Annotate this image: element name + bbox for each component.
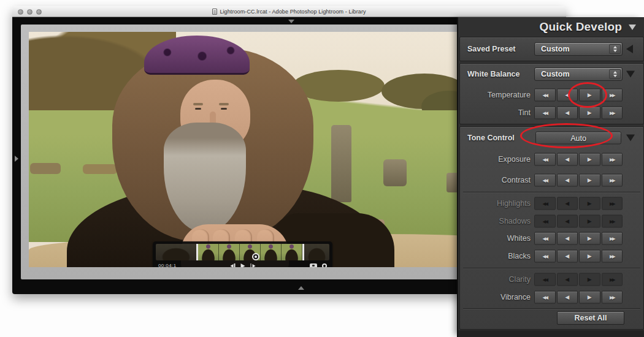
vibrance-increase-button[interactable]	[579, 291, 600, 304]
exposure-row: Exposure	[460, 152, 643, 167]
decrease-arrow-icon	[565, 254, 569, 259]
vibrance-row: Vibrance	[460, 290, 643, 305]
filmstrip-frame[interactable]	[219, 244, 240, 260]
highlights-decrease-button	[557, 197, 578, 210]
increase-large-arrow-icon	[610, 157, 615, 162]
photo-low-stone	[30, 163, 61, 174]
whites-decrease-large-button[interactable]	[534, 232, 556, 245]
tint-label: Tint	[460, 108, 531, 117]
exposure-decrease-button[interactable]	[557, 153, 578, 166]
increase-large-arrow-icon	[610, 110, 615, 116]
saved-preset-section: Saved Preset Custom	[459, 37, 644, 61]
auto-tone-button[interactable]: Auto	[535, 132, 621, 145]
tint-decrease-large-button[interactable]	[534, 107, 556, 119]
section-collapse-icon[interactable]	[626, 71, 635, 78]
increase-arrow-icon	[588, 295, 592, 300]
saved-preset-dropdown[interactable]: Custom	[534, 42, 623, 56]
window-titlebar: Lightroom-CC.lrcat - Adobe Photoshop Lig…	[12, 6, 566, 17]
decrease-arrow-icon	[565, 295, 569, 300]
clarity-increase-button	[579, 273, 600, 286]
previous-frame-button[interactable]	[230, 263, 235, 267]
blacks-decrease-button[interactable]	[557, 250, 578, 263]
clarity-increase-large-button	[602, 273, 623, 286]
section-collapse-icon[interactable]	[626, 135, 635, 142]
contrast-increase-button[interactable]	[579, 174, 600, 187]
reset-all-button[interactable]: Reset All	[557, 311, 624, 325]
filmstrip-frame[interactable]	[261, 244, 282, 260]
increase-large-arrow-icon	[610, 236, 615, 241]
whites-increase-button[interactable]	[579, 232, 600, 245]
clarity-decrease-large-button	[534, 273, 556, 286]
panel-footer-strip	[458, 330, 644, 337]
clarity-label: Clarity	[460, 275, 531, 284]
subject-eye	[195, 108, 201, 110]
temperature-decrease-button[interactable]	[557, 89, 578, 102]
whites-decrease-button[interactable]	[557, 232, 578, 245]
decrease-arrow-icon	[565, 93, 569, 98]
tint-scrub	[534, 107, 623, 119]
subject-brow	[219, 103, 229, 105]
exposure-scrub	[534, 153, 623, 166]
vibrance-decrease-large-button[interactable]	[534, 291, 556, 304]
playhead-marker[interactable]	[252, 253, 259, 260]
panel-collapse-icon[interactable]	[629, 25, 636, 30]
contrast-decrease-large-button[interactable]	[534, 174, 556, 187]
left-panel-reveal-icon[interactable]	[15, 156, 18, 162]
gear-icon[interactable]	[322, 263, 327, 268]
clarity-decrease-button	[557, 273, 578, 286]
bottom-panel-reveal-icon[interactable]	[298, 286, 304, 290]
filmstrip-frame[interactable]	[282, 244, 302, 260]
next-frame-button[interactable]	[250, 263, 255, 267]
play-button[interactable]	[240, 263, 245, 268]
increase-arrow-icon	[588, 93, 592, 98]
filmstrip-out-left[interactable]	[156, 244, 196, 260]
shadows-decrease-large-button	[534, 215, 556, 228]
saved-preset-value: Custom	[535, 45, 609, 53]
whites-increase-large-button[interactable]	[602, 232, 623, 245]
temperature-increase-button[interactable]	[579, 89, 600, 102]
highlights-increase-button	[579, 197, 600, 210]
divider	[463, 192, 640, 192]
top-panel-reveal-icon[interactable]	[288, 20, 294, 23]
frames-icon[interactable]	[310, 263, 317, 268]
whites-scrub	[534, 232, 623, 245]
exposure-increase-large-button[interactable]	[602, 153, 623, 166]
temperature-increase-large-button[interactable]	[602, 89, 623, 102]
photo-standing-stone	[331, 125, 351, 202]
decrease-large-arrow-icon	[542, 201, 547, 206]
contrast-row: Contrast	[460, 173, 643, 187]
close-window-icon[interactable]	[18, 9, 23, 15]
stepper-icon[interactable]	[609, 44, 621, 54]
white-balance-dropdown[interactable]: Custom	[534, 67, 623, 81]
exposure-decrease-large-button[interactable]	[534, 153, 556, 166]
filmstrip-frames[interactable]	[198, 244, 302, 260]
contrast-decrease-button[interactable]	[557, 174, 578, 187]
highlights-scrub	[534, 197, 623, 210]
stepper-icon[interactable]	[609, 69, 621, 79]
blacks-scrub	[534, 250, 623, 263]
blacks-decrease-large-button[interactable]	[534, 250, 556, 263]
timecode: 00:04:1	[158, 263, 177, 267]
vibrance-decrease-button[interactable]	[557, 291, 578, 304]
quick-develop-header[interactable]: Quick Develop	[458, 17, 644, 37]
tint-decrease-button[interactable]	[557, 107, 578, 119]
video-scrubber[interactable]	[156, 244, 329, 260]
increase-arrow-icon	[588, 277, 592, 282]
vibrance-increase-large-button[interactable]	[602, 291, 623, 304]
section-expand-left-icon[interactable]	[626, 45, 633, 53]
filmstrip-frame[interactable]	[198, 244, 219, 260]
filmstrip-out-right[interactable]	[304, 244, 329, 260]
temperature-decrease-large-button[interactable]	[534, 89, 556, 102]
highlights-increase-large-button	[602, 197, 623, 210]
blacks-increase-button[interactable]	[579, 250, 600, 263]
blacks-label: Blacks	[460, 252, 531, 260]
zoom-window-icon[interactable]	[36, 9, 42, 15]
tint-increase-button[interactable]	[579, 107, 600, 119]
vibrance-label: Vibrance	[460, 293, 531, 301]
tint-increase-large-button[interactable]	[602, 107, 623, 119]
increase-arrow-icon	[588, 157, 592, 162]
minimize-window-icon[interactable]	[27, 9, 33, 15]
blacks-increase-large-button[interactable]	[602, 250, 623, 263]
contrast-increase-large-button[interactable]	[602, 174, 623, 187]
exposure-increase-button[interactable]	[579, 153, 600, 166]
